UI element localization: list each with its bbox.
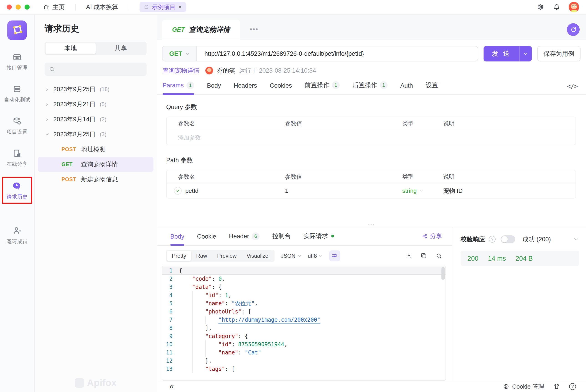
ai-cost-label: AI 成本换算 (86, 3, 118, 11)
sidebar-item-online-share[interactable]: 在线分享 (6, 148, 28, 168)
download-icon[interactable] (406, 252, 412, 259)
cookie-manager-button[interactable]: Cookie 管理 (503, 383, 544, 391)
add-param-row[interactable]: 添加参数 (167, 130, 576, 145)
code-line: 12}, (162, 357, 446, 365)
status-dot (331, 235, 334, 238)
send-options-caret[interactable] (519, 46, 532, 62)
project-tab-label: 示例项目 (152, 3, 176, 11)
wrap-icon (332, 253, 338, 259)
params-count-badge: 1 (186, 82, 194, 89)
sidebar-item-automated-testing[interactable]: 自动化测试 (4, 84, 30, 103)
tab-actual-request[interactable]: 实际请求 (304, 232, 334, 245)
code-line: 2"code": 0, (162, 275, 446, 283)
send-button[interactable]: 发 送 (484, 46, 532, 62)
close-project-tab-icon[interactable]: × (178, 4, 182, 10)
help-icon[interactable]: ? (569, 383, 576, 390)
tab-console[interactable]: 控制台 (272, 232, 291, 245)
tab-body[interactable]: Body (207, 82, 221, 94)
tab-headers[interactable]: Headers (234, 82, 257, 94)
maximize-window-button[interactable] (24, 4, 30, 10)
history-request-item-selected[interactable]: GET 查询宠物详情 (38, 157, 154, 172)
request-tab-method: GET (172, 26, 185, 33)
format-preview[interactable]: Preview (212, 251, 242, 261)
tab-params[interactable]: Params 1 (162, 82, 194, 94)
minimize-window-button[interactable] (16, 4, 21, 10)
ai-cost-nav[interactable]: AI 成本换算 (86, 3, 118, 11)
home-label: 主页 (52, 3, 65, 11)
history-request-item[interactable]: POST 地址检测 (38, 142, 154, 157)
search-icon[interactable] (436, 252, 442, 259)
history-group[interactable]: 2023年9月14日 (2) (34, 112, 157, 127)
param-value[interactable]: 1 (285, 187, 402, 194)
tab-settings[interactable]: 设置 (426, 81, 438, 94)
chevron-down-icon (185, 52, 190, 56)
param-enabled-check[interactable] (174, 187, 182, 195)
more-tabs-icon[interactable]: ••• (250, 26, 258, 33)
highlight-red-box: 请求历史 (2, 177, 32, 204)
response-tabs: Body Cookie Header 6 控制台 实际请求 分享 (157, 228, 452, 246)
sidebar-item-project-settings[interactable]: 项目设置 (6, 116, 28, 136)
tab-response-header[interactable]: Header 6 (229, 232, 260, 245)
collapse-panel-icon[interactable]: « (170, 382, 174, 390)
code-line: 1{ (162, 266, 446, 275)
search-icon (49, 66, 55, 72)
save-as-case-button[interactable]: 保存为用例 (537, 46, 580, 62)
resize-handle[interactable]: ••• (368, 223, 375, 227)
close-window-button[interactable] (7, 4, 12, 10)
tab-local[interactable]: 本地 (46, 42, 96, 54)
share-icon (422, 233, 428, 239)
chevron-down-icon[interactable] (573, 236, 579, 242)
window-controls[interactable] (7, 4, 30, 10)
format-toolbar: Pretty Raw Preview Visualize JSON utf8 (166, 250, 442, 262)
tab-post-operations[interactable]: 后置操作 1 (352, 81, 388, 94)
tab-response-cookie[interactable]: Cookie (197, 233, 216, 245)
tab-cookies[interactable]: Cookies (270, 82, 292, 94)
tab-pre-operations[interactable]: 前置操作 1 (304, 81, 340, 94)
help-icon[interactable]: ? (489, 236, 496, 243)
param-name[interactable]: petId (185, 187, 198, 194)
history-group[interactable]: 2023年8月25日 (3) (34, 127, 157, 142)
code-lines: 1{2"code": 0,3"data": {4"id": 1,5"name":… (162, 266, 446, 373)
sidebar-item-invite-members[interactable]: 邀请成员 (6, 226, 28, 245)
home-nav[interactable]: 主页 (43, 3, 65, 11)
sync-button[interactable] (567, 23, 580, 36)
request-name-link[interactable]: 查询宠物详情 (162, 66, 200, 75)
code-line: 10"id": 87550590951944, (162, 340, 446, 348)
history-group[interactable]: 2023年9月21日 (5) (34, 97, 157, 112)
response-size: 204 B (516, 255, 533, 262)
history-panel: 请求历史 本地 共享 2023年9月25日 (18) 2023年9月21日 (5… (34, 14, 157, 392)
topbar-divider (129, 4, 129, 10)
history-request-item[interactable]: POST 新建宠物信息 (38, 172, 154, 187)
format-visualize[interactable]: Visualize (242, 251, 274, 261)
word-wrap-toggle[interactable] (329, 250, 340, 261)
app-logo[interactable] (7, 20, 27, 40)
response-body-editor[interactable]: 1{2"code": 0,3"data": {4"id": 1,5"name":… (162, 266, 446, 380)
sidebar-item-api-management[interactable]: 接口管理 (6, 52, 28, 71)
param-type-select[interactable]: string (402, 187, 443, 194)
sidebar-item-request-history[interactable]: 请求历史 (6, 180, 28, 200)
copy-icon[interactable] (420, 252, 427, 259)
history-group[interactable]: 2023年9月25日 (18) (34, 82, 157, 97)
notifications-bell-icon[interactable] (553, 3, 560, 11)
language-select[interactable]: JSON (281, 253, 302, 259)
scrollbar-thumb[interactable] (442, 267, 444, 280)
table-header-row: 参数名 参数值 类型 说明 (167, 117, 576, 130)
request-tab[interactable]: GET 查询宠物详情 (162, 20, 240, 40)
history-search-input[interactable] (44, 62, 146, 76)
tab-shared[interactable]: 共享 (96, 42, 146, 54)
encoding-select[interactable]: utf8 (308, 253, 323, 259)
code-view-icon[interactable]: </> (567, 83, 578, 94)
theme-shirt-icon[interactable] (553, 383, 560, 390)
tab-auth[interactable]: Auth (400, 82, 413, 94)
method-select[interactable]: GET (162, 46, 197, 61)
user-avatar[interactable] (569, 2, 579, 12)
tab-response-body[interactable]: Body (170, 233, 184, 245)
project-tab[interactable]: 示例项目 × (140, 2, 186, 12)
url-input[interactable]: http://127.0.0.1:4523/m1/2689726-0-defau… (197, 46, 478, 61)
format-pretty[interactable]: Pretty (167, 251, 191, 261)
format-raw[interactable]: Raw (191, 251, 212, 261)
settings-gear-icon[interactable] (537, 3, 544, 11)
param-desc[interactable]: 宠物 ID (443, 187, 576, 195)
share-button[interactable]: 分享 (422, 232, 442, 245)
validate-response-toggle[interactable] (501, 236, 515, 243)
